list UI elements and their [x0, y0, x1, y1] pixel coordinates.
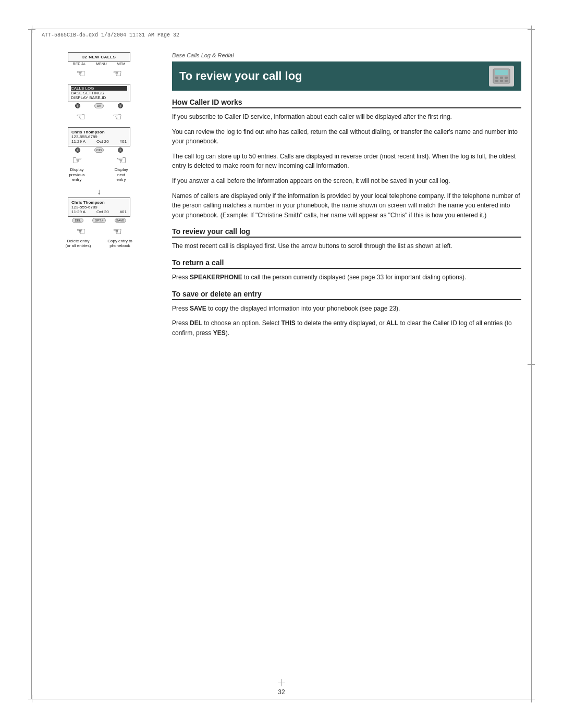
next-entry-label: Displaynextentry: [104, 167, 138, 182]
caller-number-4: 123-555-6789: [71, 205, 127, 209]
hand-icon-left-1: ☞: [76, 67, 85, 80]
hands-row-4: ☞ ☞: [63, 224, 136, 238]
diagram-block-1: 32 NEW CALLS REDIAL MENU MEM ☞ ☞: [42, 52, 156, 80]
crosshair-br: [528, 695, 535, 702]
hand-prev-icon: ☞: [72, 154, 82, 167]
menu-btn-row: i OK i: [68, 103, 130, 108]
section-header-save-delete: To save or delete an entry: [172, 290, 521, 300]
para-return-call-1: Press SPEAKERPHONE to call the person cu…: [172, 273, 521, 282]
caller-name-3: Chris Thompson: [71, 130, 127, 134]
del-btn[interactable]: DEL: [72, 218, 83, 223]
caller-number-3: 123-555-6789: [71, 134, 127, 139]
display-title-1: 32 NEW CALLS: [71, 55, 127, 59]
cid-dot-left[interactable]: i: [75, 147, 80, 153]
caller-time-3: 11:29 A: [71, 139, 85, 144]
para-caller-id-3: The call log can store up to 50 entries.…: [172, 152, 521, 171]
cid-btn-row: i CID i: [68, 147, 130, 153]
hand-left-1: ☞: [76, 67, 85, 80]
nav-hands-row: ☞ Displaypreviousentry ☞ Displaynextentr…: [60, 154, 138, 182]
phone-svg: [492, 68, 511, 84]
del-bold: DEL: [190, 319, 202, 327]
save-bold: SAVE: [190, 305, 206, 312]
btn-label-row-1: REDIAL MENU MEM: [68, 62, 130, 66]
arrow-down: ↓: [42, 187, 156, 196]
menu-dot-right[interactable]: i: [118, 103, 123, 108]
svg-rect-7: [505, 80, 508, 82]
hand-save: ☞: [113, 225, 122, 238]
section-subtitle: Base Calls Log & Redial: [172, 52, 521, 58]
menu-item-calls-log: CALLS LOG: [71, 86, 127, 91]
next-entry-group: ☞ Displaynextentry: [104, 154, 138, 182]
phone-display-3: Chris Thompson 123-555-6789 11:29 A Oct …: [68, 127, 130, 146]
hand-del: ☞: [76, 225, 85, 238]
file-header: ATT-5865CIB-d5.qxd 1/3/2004 11:31 AM Pag…: [42, 32, 179, 38]
delete-entry-caption: Delete entry(or all entries): [60, 239, 96, 248]
crosshair-tl: [28, 26, 35, 33]
menu-ok-btn[interactable]: OK: [94, 103, 104, 108]
svg-rect-5: [495, 80, 498, 82]
page-border-top: [31, 29, 532, 29]
para-review-log-1: The most recent call is displayed first.…: [172, 241, 521, 251]
btn-label-mem: MEM: [117, 62, 125, 66]
opt-btn[interactable]: OPT.#: [92, 218, 106, 223]
phone-display-4: Chris Thompson 123-555-6789 11:29 A Oct …: [68, 198, 130, 217]
prev-entry-group: ☞ Displaypreviousentry: [60, 154, 94, 182]
page-border-left: [31, 29, 32, 699]
hands-row-1: ☞ ☞: [63, 66, 136, 80]
hand-mid-2: ☞: [113, 110, 122, 123]
caller-entry-3: #01: [120, 139, 127, 144]
para-caller-id-2: You can review the log to find out who h…: [172, 127, 521, 146]
caller-date-4: Oct 20: [96, 209, 109, 214]
menu-item-base-settings: BASE SETTINGS: [71, 91, 127, 95]
prev-entry-label: Displaypreviousentry: [60, 167, 94, 182]
hand-icon-mid-2: ☞: [113, 110, 122, 123]
save-btn[interactable]: SAVE: [115, 218, 126, 223]
menu-item-display-base-id: DISPLAY BASE-ID: [71, 95, 127, 100]
section-header-return-call: To return a call: [172, 258, 521, 269]
content-area: Base Calls Log & Redial To review your c…: [172, 52, 521, 343]
caller-details-3: 11:29 A Oct 20 #01: [71, 139, 127, 144]
cid-dot-right[interactable]: i: [118, 147, 123, 153]
page-border-bottom: [31, 699, 532, 699]
menu-display: CALLS LOG BASE SETTINGS DISPLAY BASE-ID: [68, 84, 130, 102]
para-caller-id-5: Names of callers are displayed only if t…: [172, 191, 521, 220]
yes-bold: YES: [213, 329, 226, 337]
svg-rect-6: [500, 80, 503, 82]
hand-icon-save: ☞: [113, 225, 122, 238]
main-heading: To review your call log: [172, 61, 521, 91]
all-bold: ALL: [386, 319, 398, 327]
para-save-delete-2: Press DEL to choose an option. Select TH…: [172, 318, 521, 338]
bottom-captions: Delete entry(or all entries) Copy entry …: [60, 239, 138, 248]
phone-display-1: 32 NEW CALLS: [68, 52, 130, 62]
svg-rect-1: [495, 70, 508, 75]
svg-rect-4: [505, 77, 508, 79]
crosshair-bl: [28, 695, 35, 702]
btn-label-redial: REDIAL: [73, 62, 86, 66]
hand-next-icon: ☞: [116, 154, 127, 167]
caller-time-4: 11:29 A: [71, 209, 85, 214]
btn-label-menu: MENU: [96, 62, 107, 66]
hand-icon-left-2: ☞: [76, 110, 85, 123]
hand-icon-mid-1: ☞: [113, 67, 122, 80]
crosshair-right-mid: [528, 361, 535, 368]
cid-btn[interactable]: CID: [94, 147, 104, 153]
heading-phone-icon: [489, 66, 514, 87]
crosshair-bottom: [278, 679, 285, 686]
this-bold: THIS: [281, 319, 295, 327]
diagram-block-4: Chris Thompson 123-555-6789 11:29 A Oct …: [42, 198, 156, 248]
speakerphone-bold: SPEAKERPHONE: [190, 274, 242, 281]
diagram-area: 32 NEW CALLS REDIAL MENU MEM ☞ ☞ CALLS L…: [42, 52, 156, 252]
para-caller-id-4: If you answer a call before the informat…: [172, 176, 521, 186]
svg-rect-3: [500, 77, 503, 79]
menu-dot-left[interactable]: i: [75, 103, 80, 108]
svg-rect-2: [495, 77, 498, 79]
page-number: 32: [278, 688, 285, 696]
crosshair-tr: [528, 26, 535, 33]
caller-entry-4: #01: [120, 209, 127, 214]
hands-row-2: ☞ ☞: [63, 109, 136, 123]
hand-icon-del: ☞: [76, 225, 85, 238]
diagram-block-3: Chris Thompson 123-555-6789 11:29 A Oct …: [42, 127, 156, 182]
diagram-block-2: CALLS LOG BASE SETTINGS DISPLAY BASE-ID …: [42, 84, 156, 123]
main-heading-text: To review your call log: [179, 69, 302, 83]
section-header-caller-id: How Caller ID works: [172, 98, 521, 108]
